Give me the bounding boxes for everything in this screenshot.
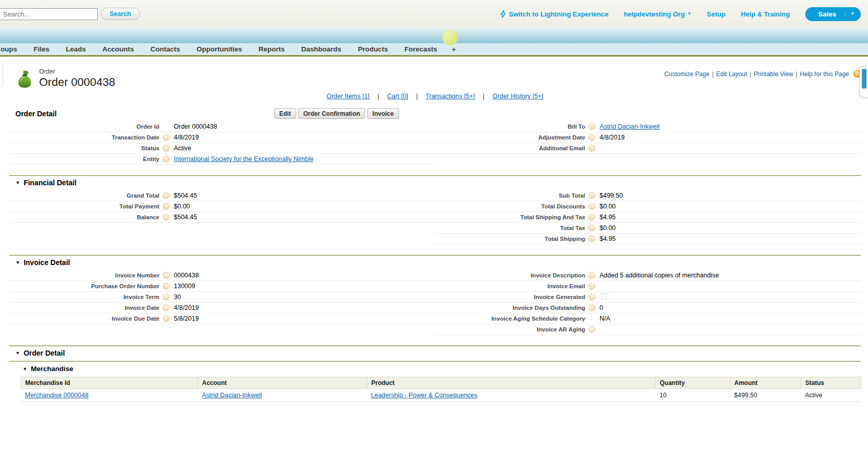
field-row-invoice-days-outstanding: Invoice Days Outstanding?0 bbox=[435, 303, 861, 313]
col-account: Account bbox=[198, 377, 367, 389]
tab-files[interactable]: Files bbox=[25, 45, 58, 53]
field-row-invoice-date: Invoice Date?4/8/2019 bbox=[9, 303, 435, 313]
field-help-icon[interactable]: ? bbox=[162, 283, 170, 290]
left-edge-artifact bbox=[0, 62, 3, 86]
field-help-icon[interactable]: ? bbox=[162, 214, 170, 221]
app-menu-sales[interactable]: Sales ▼ bbox=[805, 7, 861, 21]
setup-link[interactable]: Setup bbox=[707, 10, 726, 18]
org-menu[interactable]: helpdevtesting Org ▼ bbox=[624, 10, 691, 18]
field-help-icon[interactable]: ? bbox=[162, 155, 170, 163]
field-row-purchase-order-number: Purchase Order Number?130009 bbox=[9, 281, 435, 292]
entity-link[interactable]: International Society for the Exceptiona… bbox=[172, 155, 314, 163]
invoice-button[interactable]: Invoice bbox=[367, 108, 399, 119]
section-title-invoice-detail[interactable]: ▼ Invoice Detail bbox=[9, 256, 861, 270]
bill-to-link[interactable]: Astrid Dacian-Inkwell bbox=[598, 123, 660, 130]
field-help-icon[interactable]: ? bbox=[588, 272, 595, 279]
field-help-icon[interactable]: ? bbox=[588, 293, 595, 301]
field-row-invoice-number: Invoice Number?0000438 bbox=[9, 270, 435, 281]
field-help-icon[interactable]: ? bbox=[162, 272, 170, 279]
order-detail-fields: Order IdOrder 0000438 Transaction Date?4… bbox=[9, 121, 861, 165]
add-tab-button[interactable]: + bbox=[445, 45, 462, 54]
global-search: Search bbox=[0, 8, 140, 20]
tab-opportunities[interactable]: Opportunities bbox=[188, 45, 250, 53]
tab-forecasts[interactable]: Forecasts bbox=[396, 45, 445, 53]
field-help-icon[interactable]: ? bbox=[588, 214, 595, 221]
help-training-link[interactable]: Help & Training bbox=[741, 10, 790, 18]
field-help-icon[interactable]: ? bbox=[588, 123, 595, 130]
switch-to-lightning-link[interactable]: Switch to Lightning Experience bbox=[500, 10, 609, 18]
field-help-icon[interactable]: ? bbox=[588, 145, 595, 152]
collapsed-side-panel-tab[interactable] bbox=[859, 66, 868, 98]
product-link[interactable]: Leadership - Power & Consequences bbox=[371, 392, 478, 399]
col-product: Product bbox=[367, 377, 656, 389]
transactions-link[interactable]: Transactions [5+] bbox=[426, 93, 475, 100]
help-for-this-page-link[interactable]: Help for this Page bbox=[800, 71, 849, 78]
field-help-icon[interactable]: ? bbox=[162, 315, 170, 322]
field-help-icon[interactable]: ? bbox=[162, 203, 170, 210]
top-bar: Search Switch to Lightning Experience he… bbox=[0, 0, 868, 28]
related-list-links: Order Items [1] | Cart [0] | Transaction… bbox=[9, 93, 861, 100]
field-help-icon[interactable]: ? bbox=[162, 134, 170, 141]
account-link[interactable]: Astrid Dacian-Inkwell bbox=[202, 392, 262, 399]
tab-accounts[interactable]: Accounts bbox=[94, 45, 142, 53]
amount-cell: $499.50 bbox=[730, 389, 801, 402]
section-title-order-detail: Order Detail bbox=[9, 108, 861, 119]
field-help-icon[interactable]: ? bbox=[588, 134, 595, 141]
col-status: Status bbox=[801, 377, 861, 389]
invoice-generated-checkbox bbox=[601, 293, 607, 300]
table-header-row: Merchandise Id Account Product Quantity … bbox=[21, 377, 861, 389]
entity-type-label: Order bbox=[39, 68, 115, 75]
collapse-triangle-icon: ▼ bbox=[15, 180, 20, 185]
field-help-icon[interactable]: ? bbox=[588, 203, 595, 210]
order-history-link[interactable]: Order History [5+] bbox=[493, 93, 544, 100]
customize-page-link[interactable]: Customize Page bbox=[664, 71, 710, 78]
search-button[interactable]: Search bbox=[101, 8, 140, 20]
table-row: Merchandise 0000048 Astrid Dacian-Inkwel… bbox=[21, 389, 861, 402]
field-help-icon[interactable]: ? bbox=[588, 235, 595, 242]
detail-button-row: Edit Order Confirmation Invoice bbox=[274, 108, 399, 119]
merchandise-table: Merchandise Id Account Product Quantity … bbox=[21, 377, 861, 402]
tab-products[interactable]: Products bbox=[350, 45, 396, 53]
tab-groups[interactable]: oups bbox=[0, 45, 25, 53]
search-input[interactable] bbox=[0, 8, 98, 20]
left-column: Order IdOrder 0000438 Transaction Date?4… bbox=[9, 121, 435, 165]
order-items-link[interactable]: Order Items [1] bbox=[327, 93, 369, 100]
field-help-icon[interactable]: ? bbox=[588, 304, 595, 311]
field-help-icon[interactable]: ? bbox=[588, 192, 595, 199]
field-row-entity: Entity?International Society for the Exc… bbox=[9, 154, 435, 165]
top-links: Switch to Lightning Experience helpdevte… bbox=[500, 7, 861, 21]
merchandise-id-link[interactable]: Merchandise 0000048 bbox=[25, 392, 89, 399]
subsection-title-merchandise[interactable]: ▼ Merchandise bbox=[9, 361, 861, 377]
tab-dashboards[interactable]: Dashboards bbox=[293, 45, 350, 53]
order-items-section: ▼ Order Detail ▼ Merchandise Merchandise… bbox=[9, 345, 861, 402]
field-help-icon[interactable]: ? bbox=[588, 224, 595, 232]
field-row-invoice-aging-schedule-category: Invoice Aging Schedule CategoryN/A bbox=[435, 313, 861, 324]
tab-reports[interactable]: Reports bbox=[250, 45, 293, 53]
field-row-total-tax: Total Tax?$0.00 bbox=[435, 223, 861, 234]
field-help-icon[interactable]: ? bbox=[588, 283, 595, 290]
field-row-invoice-ar-aging: Invoice AR Aging? bbox=[435, 324, 861, 335]
order-confirmation-button[interactable]: Order Confirmation bbox=[298, 108, 366, 119]
col-quantity: Quantity bbox=[656, 377, 730, 389]
field-row-balance: Balance?$504.45 bbox=[9, 212, 435, 223]
header-gradient-band bbox=[0, 28, 868, 43]
page-content: Order Order 0000438 Customize Page | Edi… bbox=[0, 57, 868, 402]
edit-layout-link[interactable]: Edit Layout bbox=[716, 71, 747, 78]
field-row-invoice-generated: Invoice Generated? bbox=[435, 292, 861, 303]
field-row-adjustment-date: Adjustment Date?4/8/2019 bbox=[435, 132, 861, 143]
edit-button[interactable]: Edit bbox=[274, 108, 296, 119]
field-help-icon[interactable]: ? bbox=[162, 304, 170, 311]
salesforce-classic-order-page: Search Switch to Lightning Experience he… bbox=[0, 0, 868, 474]
field-help-icon[interactable]: ? bbox=[162, 145, 170, 152]
field-help-icon[interactable]: ? bbox=[162, 293, 170, 301]
cart-link[interactable]: Cart [0] bbox=[387, 93, 408, 100]
field-help-icon[interactable]: ? bbox=[588, 326, 595, 333]
tab-contacts[interactable]: Contacts bbox=[142, 45, 189, 53]
tab-leads[interactable]: Leads bbox=[58, 45, 94, 53]
section-title-order-detail-2[interactable]: ▼ Order Detail bbox=[9, 346, 861, 361]
section-title-financial-detail[interactable]: ▼ Financial Detail bbox=[9, 176, 861, 190]
field-row-total-shipping: Total Shipping?$4.95 bbox=[435, 234, 861, 244]
printable-view-link[interactable]: Printable View bbox=[754, 71, 793, 78]
collapse-triangle-icon: ▼ bbox=[15, 350, 20, 356]
field-help-icon[interactable]: ? bbox=[162, 192, 170, 199]
